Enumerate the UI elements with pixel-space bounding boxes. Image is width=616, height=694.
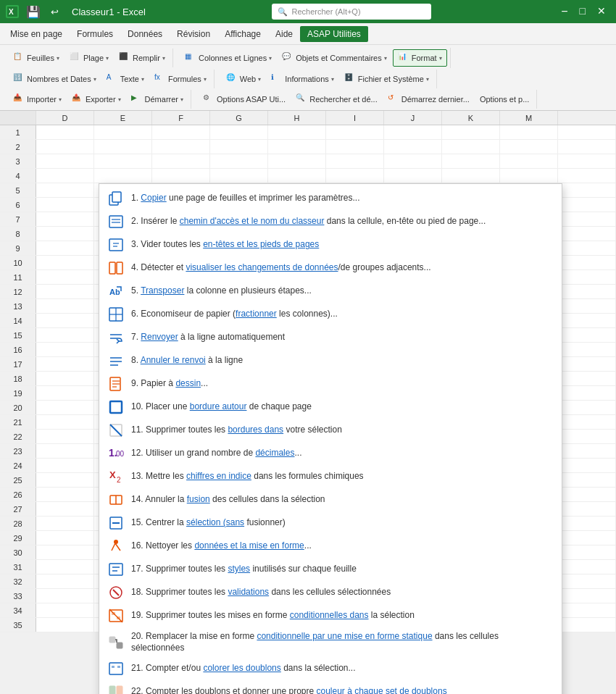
dropdown-item[interactable]: 1.0012. Utiliser un grand nombre de déci… xyxy=(99,442,562,465)
menu-aide[interactable]: Aide xyxy=(268,26,300,42)
dropdown-item[interactable]: 10. Placer une bordure autour de chaque … xyxy=(99,396,562,419)
cell[interactable] xyxy=(384,154,442,168)
cell[interactable] xyxy=(268,125,326,139)
btn-feuilles[interactable]: 📋 Feuilles ▾ xyxy=(9,50,64,66)
btn-objets[interactable]: 💬 Objets et Commentaires ▾ xyxy=(278,50,391,66)
btn-demarrer[interactable]: ▶ Démarrer ▾ xyxy=(127,91,188,107)
cell[interactable] xyxy=(36,285,94,298)
menu-formules[interactable]: Formules xyxy=(70,26,120,42)
table-row[interactable]: 2 xyxy=(0,140,616,154)
cell[interactable] xyxy=(558,430,616,443)
cell[interactable] xyxy=(500,154,558,168)
cell[interactable] xyxy=(558,415,616,429)
cell[interactable] xyxy=(36,502,94,516)
cell[interactable] xyxy=(558,560,616,574)
cell[interactable] xyxy=(326,154,384,168)
dropdown-item[interactable]: 2. Insérer le chemin d'accès et le nom d… xyxy=(99,210,562,233)
cell[interactable] xyxy=(210,154,268,168)
cell[interactable] xyxy=(442,154,500,168)
dropdown-item[interactable]: 16. Nettoyer les données et la mise en f… xyxy=(99,535,562,558)
cell[interactable] xyxy=(36,473,94,487)
cell[interactable] xyxy=(268,169,326,183)
cell[interactable] xyxy=(558,227,616,241)
cell[interactable] xyxy=(558,589,616,603)
undo-btn[interactable]: ↩ xyxy=(48,5,62,19)
cell[interactable] xyxy=(152,169,210,183)
cell[interactable] xyxy=(152,125,210,139)
cell[interactable] xyxy=(558,488,616,501)
btn-options-asap[interactable]: ⚙ Options ASAP Uti... xyxy=(199,91,290,107)
table-row[interactable]: 3 xyxy=(0,154,616,169)
maximize-btn[interactable]: □ xyxy=(575,4,590,20)
dropdown-item[interactable]: 19. Supprimer toutes les mises en forme … xyxy=(99,604,562,627)
cell[interactable] xyxy=(94,140,152,154)
cell[interactable] xyxy=(36,154,94,168)
cell[interactable] xyxy=(36,517,94,530)
cell[interactable] xyxy=(152,154,210,168)
cell[interactable] xyxy=(558,183,616,197)
cell[interactable] xyxy=(210,169,268,183)
cell[interactable] xyxy=(558,502,616,516)
cell[interactable] xyxy=(36,169,94,183)
btn-colonnes[interactable]: ▦ Colonnes et Lignes ▾ xyxy=(180,50,276,66)
dropdown-item[interactable]: 7. Renvoyer à la ligne automatiquement xyxy=(99,326,562,349)
cell[interactable] xyxy=(558,386,616,400)
cell[interactable] xyxy=(500,140,558,154)
cell[interactable] xyxy=(326,140,384,154)
btn-importer[interactable]: 📥 Importer ▾ xyxy=(9,91,66,107)
cell[interactable] xyxy=(36,531,94,545)
cell[interactable] xyxy=(268,154,326,168)
dropdown-item[interactable]: 21. Compter et/ou colorer les doublons d… xyxy=(99,657,562,680)
menu-affichage[interactable]: Affichage xyxy=(217,26,268,42)
cell[interactable] xyxy=(36,603,94,617)
cell[interactable] xyxy=(36,198,94,212)
cell[interactable] xyxy=(558,372,616,385)
menu-revision[interactable]: Révision xyxy=(170,26,217,42)
btn-fichier[interactable]: 🗄️ Fichier et Système ▾ xyxy=(340,71,433,87)
dropdown-item[interactable]: 17. Supprimer toutes les styles inutilis… xyxy=(99,558,562,581)
dropdown-item[interactable]: 20. Remplacer la mise en forme condition… xyxy=(99,627,562,657)
btn-plage[interactable]: ⬜ Plage ▾ xyxy=(65,50,113,66)
dropdown-item[interactable]: 18. Supprimer toutes les validations dan… xyxy=(99,581,562,604)
cell[interactable] xyxy=(558,545,616,559)
cell[interactable] xyxy=(36,328,94,342)
cell[interactable] xyxy=(36,314,94,327)
cell[interactable] xyxy=(558,473,616,487)
cell[interactable] xyxy=(36,488,94,501)
dropdown-item[interactable]: 3. Vider toutes les en-têtes et les pied… xyxy=(99,233,562,256)
btn-exporter[interactable]: 📤 Exporter ▾ xyxy=(67,91,125,107)
cell[interactable] xyxy=(152,140,210,154)
dropdown-item[interactable]: 4. Détecter et visualiser les changement… xyxy=(99,256,562,280)
cell[interactable] xyxy=(558,459,616,472)
search-box[interactable]: 🔍 Rechercher (Alt+Q) xyxy=(272,4,431,20)
cell[interactable] xyxy=(36,574,94,588)
table-row[interactable]: 1 xyxy=(0,125,616,140)
cell[interactable] xyxy=(558,574,616,588)
cell[interactable] xyxy=(442,125,500,139)
cell[interactable] xyxy=(558,241,616,255)
cell[interactable] xyxy=(36,430,94,443)
menu-donnees[interactable]: Données xyxy=(120,26,170,42)
cell[interactable] xyxy=(558,198,616,212)
cell[interactable] xyxy=(36,560,94,574)
btn-nombres[interactable]: 🔢 Nombres et Dates ▾ xyxy=(9,71,101,87)
cell[interactable] xyxy=(36,444,94,458)
dropdown-item[interactable]: 9. Papier à dessin... xyxy=(99,372,562,396)
cell[interactable] xyxy=(558,517,616,530)
cell[interactable] xyxy=(36,140,94,154)
cell[interactable] xyxy=(36,343,94,356)
cell[interactable] xyxy=(36,618,94,632)
btn-rechercher[interactable]: 🔍 Rechercher et dé... xyxy=(291,91,382,107)
btn-formules-ribbon[interactable]: fx Formules ▾ xyxy=(150,71,211,87)
dropdown-item[interactable]: 14. Annuler la fusion des cellules dans … xyxy=(99,488,562,511)
cell[interactable] xyxy=(558,603,616,617)
cell[interactable] xyxy=(384,125,442,139)
cell[interactable] xyxy=(558,154,616,168)
cell[interactable] xyxy=(558,140,616,154)
cell[interactable] xyxy=(36,125,94,139)
cell[interactable] xyxy=(500,169,558,183)
cell[interactable] xyxy=(94,154,152,168)
dropdown-item[interactable]: 15. Centrer la sélection (sans fusionner… xyxy=(99,511,562,535)
btn-informations[interactable]: ℹ Informations ▾ xyxy=(267,71,338,87)
cell[interactable] xyxy=(36,357,94,371)
